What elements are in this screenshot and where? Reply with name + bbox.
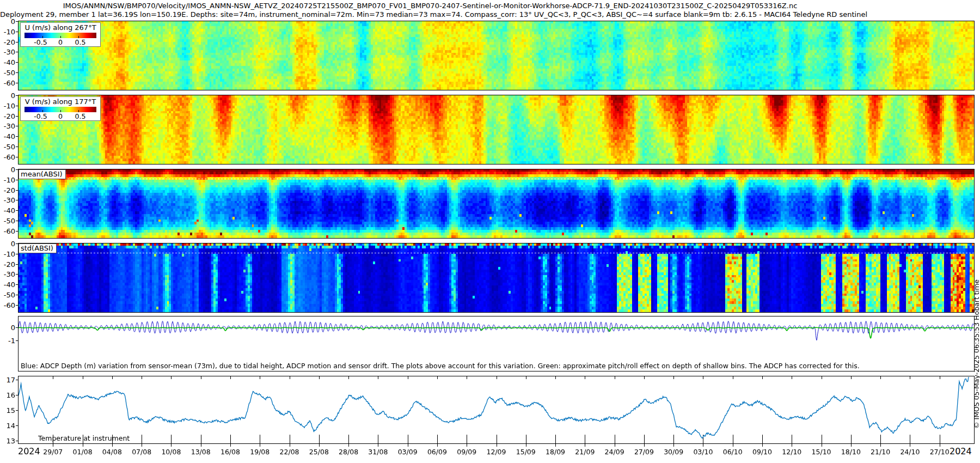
x-tick-mark <box>880 444 881 447</box>
panel-temperature: Temperature at instrument 1716151413 <box>18 376 975 444</box>
x-tick-mark <box>171 444 171 447</box>
x-tick-mark <box>408 444 408 447</box>
x-tick-mark <box>201 444 201 447</box>
y-tick-label: -40 <box>0 59 15 66</box>
y-tick-label: 0 <box>0 240 15 247</box>
y-tick-label: -40 <box>0 281 15 288</box>
y-tick-mark <box>16 83 19 83</box>
y-tick-label: -30 <box>0 271 15 278</box>
x-axis-year-left: 2024 <box>18 446 40 456</box>
y-tick-label: 0 <box>0 324 15 331</box>
x-tick-mark <box>290 444 290 447</box>
cbar-tick-label: 0.5 <box>75 38 86 46</box>
x-axis-date-label: 15/09 <box>516 448 536 456</box>
y-tick-mark <box>16 106 19 106</box>
panel-mean-absi: mean(ABSI) 0-10-20-30-40-50-60 <box>18 169 975 239</box>
y-tick-label: 0 <box>0 166 15 173</box>
x-axis-date-label: 13/08 <box>191 448 211 456</box>
std-absi-heatmap <box>19 243 974 312</box>
temperature-plot <box>19 376 974 443</box>
v-colorbar <box>24 107 96 112</box>
x-tick-mark <box>673 444 674 447</box>
x-axis-date-label: 16/08 <box>220 448 240 456</box>
x-tick-mark <box>762 444 763 447</box>
x-tick-mark <box>497 444 497 447</box>
x-axis-date-label: 01/08 <box>73 448 93 456</box>
y-tick-label: 17 <box>0 376 15 383</box>
x-axis-date-label: 03/10 <box>693 448 713 456</box>
x-axis-date-label: 27/09 <box>634 448 654 456</box>
y-tick-label: -50 <box>0 69 15 76</box>
x-axis-date-label: 04/08 <box>102 448 122 456</box>
x-axis-date-label: 27/10 <box>930 448 950 456</box>
x-tick-mark <box>822 444 822 447</box>
y-tick-mark <box>16 380 19 380</box>
y-tick-mark <box>16 295 19 295</box>
x-axis-date-label: 24/09 <box>605 448 624 456</box>
y-tick-label: -50 <box>0 217 15 224</box>
x-axis-date-label: 03/09 <box>398 448 418 456</box>
x-axis-date-label: 24/10 <box>900 448 920 456</box>
x-axis-date-label: 07/08 <box>132 448 151 456</box>
cbar-tick-label: 0 <box>58 112 63 120</box>
x-tick-mark <box>644 444 645 447</box>
panel-std-absi: std(ABSI) 0-10-20-30-40-50-60 <box>18 243 975 313</box>
x-tick-mark <box>83 444 83 447</box>
x-tick-mark <box>555 444 556 447</box>
cbar-tick-label: 0.5 <box>75 112 86 120</box>
y-tick-mark <box>16 157 19 157</box>
y-tick-label: -20 <box>0 261 15 268</box>
y-tick-mark <box>16 95 19 96</box>
y-tick-label: 13 <box>0 437 15 444</box>
y-tick-mark <box>16 274 19 275</box>
x-axis-date-label: 31/08 <box>368 448 388 456</box>
mean-absi-heatmap <box>19 169 974 238</box>
y-tick-mark <box>16 327 19 328</box>
y-tick-mark <box>16 42 19 42</box>
x-tick-mark <box>348 444 349 447</box>
x-axis-date-label: 28/08 <box>339 448 358 456</box>
panel-depth-variation: Blue: ADCP Depth (m) variation from sens… <box>18 316 975 371</box>
x-tick-mark <box>585 444 585 447</box>
figure-title-line2: Deployment 29, member 1 lat=36.19S lon=1… <box>0 10 860 19</box>
y-tick-mark <box>16 32 19 32</box>
y-tick-label: -30 <box>0 197 15 204</box>
x-tick-mark <box>940 444 940 447</box>
x-tick-mark <box>319 444 320 447</box>
depth-variation-annotation: Blue: ADCP Depth (m) variation from sens… <box>21 362 860 370</box>
u-colorbar-labels: -0.5 0 0.5 <box>21 38 100 46</box>
y-tick-mark <box>16 425 19 426</box>
x-tick-mark <box>910 444 910 447</box>
x-tick-mark <box>526 444 526 447</box>
y-tick-mark <box>16 210 19 211</box>
y-tick-label: -60 <box>0 154 15 161</box>
x-axis-date-label: 18/10 <box>841 448 861 456</box>
y-tick-label: 14 <box>0 422 15 429</box>
y-tick-mark <box>16 116 19 117</box>
v-velocity-heatmap <box>19 95 974 164</box>
u-velocity-legend: U (m/s) along 267°T -0.5 0 0.5 <box>20 22 101 47</box>
x-tick-mark <box>53 444 53 447</box>
figure-title-line1: IMOS/ANMN/NSW/BMP070/Velocity/IMOS_ANMN-… <box>0 2 860 10</box>
y-tick-mark <box>16 395 19 395</box>
y-tick-mark <box>16 200 19 200</box>
y-tick-label: -20 <box>0 187 15 194</box>
y-tick-mark <box>16 180 19 180</box>
y-tick-label: 16 <box>0 392 15 399</box>
y-tick-mark <box>16 441 19 441</box>
y-tick-mark <box>16 147 19 147</box>
y-tick-mark <box>16 231 19 232</box>
y-tick-mark <box>16 126 19 126</box>
u-legend-title: U (m/s) along 267°T <box>21 23 100 32</box>
x-axis-date-label: 09/09 <box>457 448 476 456</box>
x-tick-mark <box>792 444 792 447</box>
y-tick-label: -40 <box>0 133 15 140</box>
x-axis-date-label: 30/09 <box>664 448 683 456</box>
cbar-tick-label: 0 <box>58 38 63 46</box>
x-tick-mark <box>230 444 231 447</box>
x-axis-date-label: 18/09 <box>546 448 565 456</box>
y-tick-label: -40 <box>0 207 15 214</box>
y-tick-label: 0 <box>0 92 15 99</box>
x-tick-mark <box>437 444 438 447</box>
x-axis-date-label: 06/10 <box>723 448 743 456</box>
